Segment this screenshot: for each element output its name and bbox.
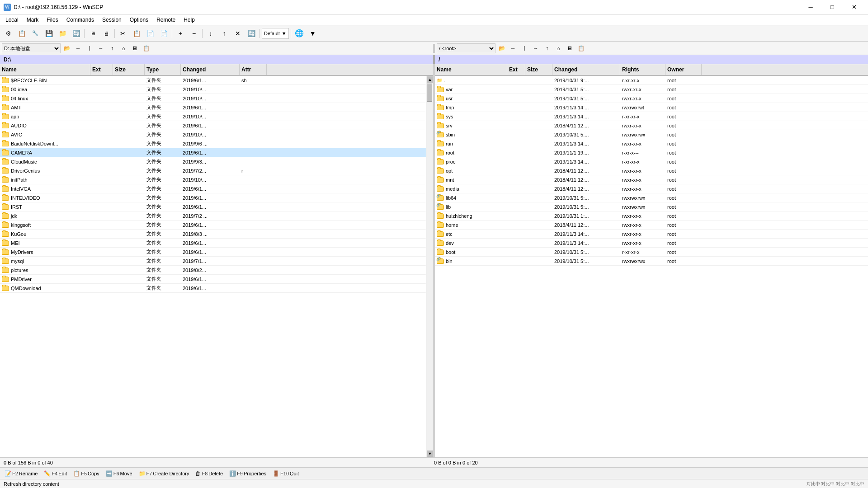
tb-preferences[interactable]: ⚙ bbox=[2, 27, 14, 40]
fkey-f7[interactable]: 📁F7 Create Directory bbox=[136, 469, 192, 478]
left-col-attr[interactable]: Attr bbox=[240, 64, 267, 75]
tb-delete[interactable]: 📄 bbox=[157, 27, 170, 40]
table-row[interactable]: etc 2019/11/3 14:... rwxr-xr-x root bbox=[435, 230, 868, 239]
table-row[interactable]: srv 2018/4/11 12:... rwxr-xr-x root bbox=[435, 121, 868, 130]
table-row[interactable]: mnt 2018/4/11 12:... rwxr-xr-x root bbox=[435, 175, 868, 184]
table-row[interactable]: app 文件夹 2019/10/... bbox=[0, 112, 426, 121]
table-row[interactable]: media 2018/4/11 12:... rwxr-xr-x root bbox=[435, 184, 868, 193]
table-row[interactable]: jdk 文件夹 2019/7/2 ... bbox=[0, 211, 426, 221]
table-row[interactable]: huizhicheng 2019/10/31 1:... rwxr-xr-x r… bbox=[435, 211, 868, 221]
table-row[interactable]: initPath 文件夹 2019/10/... bbox=[0, 175, 426, 184]
tb-cancel[interactable]: ✕ bbox=[231, 27, 244, 40]
table-row[interactable]: pictures 文件夹 2019/8/2... bbox=[0, 266, 426, 275]
table-row[interactable]: var 2019/10/31 5:... rwxr-xr-x root bbox=[435, 85, 868, 94]
menu-commands[interactable]: Commands bbox=[63, 16, 98, 24]
right-drive-selector[interactable]: / <root> bbox=[437, 43, 495, 53]
table-row[interactable]: DriverGenius 文件夹 2019/7/2... r bbox=[0, 166, 426, 175]
table-row[interactable]: 🔗 lib 2019/10/31 5:... rwxrwxrwx root bbox=[435, 202, 868, 211]
minimize-button[interactable]: ─ bbox=[800, 0, 821, 14]
table-row[interactable]: 📁 .. 2019/10/31 9:... r-xr-xr-x root bbox=[435, 76, 868, 85]
tb-extra2[interactable]: ▼ bbox=[307, 27, 319, 40]
table-row[interactable]: root 2019/11/1 19:... r-xr-x--- root bbox=[435, 148, 868, 157]
left-nav-forward[interactable]: → bbox=[96, 43, 106, 53]
table-row[interactable]: run 2019/11/3 14:... rwxr-xr-x root bbox=[435, 139, 868, 148]
right-nav-forward[interactable]: → bbox=[531, 43, 541, 53]
tb-cut[interactable]: ✂ bbox=[117, 27, 129, 40]
left-nav-desktop[interactable]: 🖥 bbox=[130, 43, 140, 53]
table-row[interactable]: IRST 文件夹 2019/6/1... bbox=[0, 202, 426, 211]
table-row[interactable]: 00 idea 文件夹 2019/10/... bbox=[0, 85, 426, 94]
table-row[interactable]: AUDIO 文件夹 2019/6/1... bbox=[0, 121, 426, 130]
table-row[interactable]: 🔗 bin 2019/10/31 5:... rwxrwxrwx root bbox=[435, 257, 868, 266]
tb-extra[interactable]: 🌐 bbox=[293, 27, 306, 40]
table-row[interactable]: mysql 文件夹 2019/7/1... bbox=[0, 257, 426, 266]
table-row[interactable]: 04 linux 文件夹 2019/10/... bbox=[0, 94, 426, 103]
tb-copy[interactable]: 📋 bbox=[130, 27, 143, 40]
table-row[interactable]: KuGou 文件夹 2019/8/3 ... bbox=[0, 230, 426, 239]
table-row[interactable]: 🔗 sbin 2019/10/31 5:... rwxrwxrwx root bbox=[435, 130, 868, 139]
menu-remote[interactable]: Remote bbox=[153, 16, 179, 24]
table-row[interactable]: opt 2018/4/11 12:... rwxr-xr-x root bbox=[435, 166, 868, 175]
table-row[interactable]: tmp 2019/11/3 14:... rwxrwxrwt root bbox=[435, 103, 868, 112]
tb-download[interactable]: ↓ bbox=[204, 27, 217, 40]
maximize-button[interactable]: □ bbox=[822, 0, 843, 14]
tb-open-session[interactable]: 🔧 bbox=[29, 27, 42, 40]
fkey-f4[interactable]: ✏️F4 Edit bbox=[41, 469, 70, 478]
tb-sync[interactable]: 🔄 bbox=[245, 27, 258, 40]
table-row[interactable]: proc 2019/11/3 14:... r-xr-xr-x root bbox=[435, 157, 868, 166]
left-nav-history[interactable]: 📋 bbox=[141, 43, 151, 53]
menu-local[interactable]: Local bbox=[2, 16, 22, 24]
table-row[interactable]: INTELVIDEO 文件夹 2019/6/1... bbox=[0, 193, 426, 202]
right-col-ext[interactable]: Ext bbox=[507, 64, 525, 75]
left-col-name[interactable]: Name bbox=[0, 64, 90, 75]
table-row[interactable]: BaiduNetdiskDownl... 文件夹 2019/9/6 ... bbox=[0, 139, 426, 148]
right-nav-home[interactable]: ⌂ bbox=[553, 43, 563, 53]
left-scroll-thumb[interactable] bbox=[427, 84, 432, 102]
table-row[interactable]: CAMERA 文件夹 2019/6/1... bbox=[0, 148, 426, 157]
tb-upload[interactable]: ↑ bbox=[218, 27, 231, 40]
table-row[interactable]: CloudMusic 文件夹 2019/9/3... bbox=[0, 157, 426, 166]
menu-help[interactable]: Help bbox=[180, 16, 198, 24]
table-row[interactable]: AVIC 文件夹 2019/10/... bbox=[0, 130, 426, 139]
left-scrollbar[interactable]: ▲ ▼ bbox=[426, 76, 433, 457]
right-nav-up[interactable]: ↑ bbox=[542, 43, 552, 53]
table-row[interactable]: $RECYCLE.BIN 文件夹 2019/6/1... sh bbox=[0, 76, 426, 85]
left-nav-home[interactable]: ⌂ bbox=[118, 43, 128, 53]
table-row[interactable]: QMDownload 文件夹 2019/6/1... bbox=[0, 284, 426, 293]
tb-print[interactable]: 🖨 bbox=[100, 27, 113, 40]
left-scroll-track[interactable] bbox=[426, 83, 433, 450]
fkey-f6[interactable]: ➡️F6 Move bbox=[103, 469, 135, 478]
fkey-f5[interactable]: 📋F5 Copy bbox=[71, 469, 102, 478]
table-row[interactable]: home 2018/4/11 12:... rwxr-xr-x root bbox=[435, 221, 868, 230]
table-row[interactable]: boot 2019/10/31 5:... r-xr-xr-x root bbox=[435, 248, 868, 257]
left-col-changed[interactable]: Changed bbox=[181, 64, 240, 75]
left-col-type[interactable]: Type bbox=[145, 64, 181, 75]
tb-close-session[interactable]: 📁 bbox=[56, 27, 69, 40]
table-row[interactable]: PMDriver 文件夹 2019/6/1... bbox=[0, 275, 426, 284]
tb-refresh[interactable]: 🔄 bbox=[70, 27, 82, 40]
left-scroll-down[interactable]: ▼ bbox=[427, 450, 433, 457]
tb-paste[interactable]: 📄 bbox=[144, 27, 156, 40]
table-row[interactable]: MyDrivers 文件夹 2019/6/1... bbox=[0, 248, 426, 257]
right-col-changed[interactable]: Changed bbox=[552, 64, 620, 75]
menu-files[interactable]: Files bbox=[43, 16, 61, 24]
tb-sync-mode[interactable]: Default ▼ bbox=[262, 28, 289, 39]
menu-mark[interactable]: Mark bbox=[23, 16, 42, 24]
table-row[interactable]: dev 2019/11/3 14:... rwxr-xr-x root bbox=[435, 239, 868, 248]
left-scroll-up[interactable]: ▲ bbox=[427, 76, 433, 83]
right-col-owner[interactable]: Owner bbox=[665, 64, 702, 75]
tb-add[interactable]: + bbox=[174, 27, 187, 40]
fkey-f9[interactable]: ℹ️F9 Properties bbox=[226, 469, 269, 478]
table-row[interactable]: IntelVGA 文件夹 2019/6/1... bbox=[0, 184, 426, 193]
right-col-rights[interactable]: Rights bbox=[620, 64, 665, 75]
right-nav-history[interactable]: 📋 bbox=[576, 43, 586, 53]
table-row[interactable]: usr 2019/10/31 5:... rwxr-xr-x root bbox=[435, 94, 868, 103]
right-col-size[interactable]: Size bbox=[525, 64, 552, 75]
fkey-f10[interactable]: 🚪F10 Quit bbox=[270, 469, 302, 478]
left-col-ext[interactable]: Ext bbox=[90, 64, 113, 75]
table-row[interactable]: 🔗 lib64 2019/10/31 5:... rwxrwxrwx root bbox=[435, 193, 868, 202]
tb-terminal[interactable]: 🖥 bbox=[86, 27, 99, 40]
tb-new-session[interactable]: 📋 bbox=[15, 27, 28, 40]
fkey-f2[interactable]: 📝F2 Rename bbox=[2, 469, 40, 478]
tb-remove[interactable]: − bbox=[188, 27, 200, 40]
